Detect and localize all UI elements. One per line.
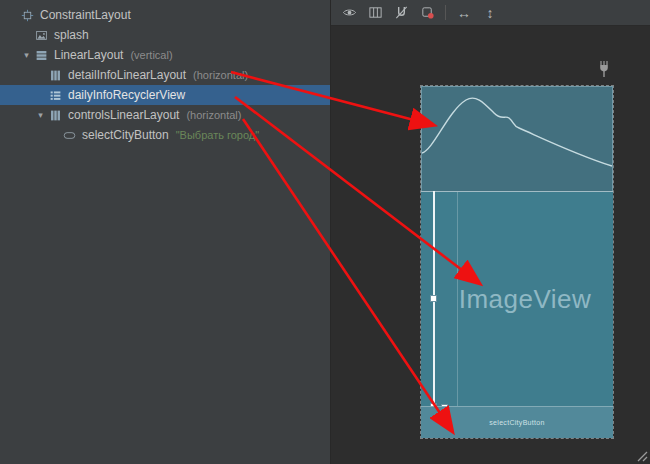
layout-editor-window: ▾ ConstraintLayout ▾ splash ▾ LinearLayo… — [0, 0, 650, 464]
tree-row-label: detailInfoLinearLayout — [68, 68, 186, 82]
component-tree: ▾ ConstraintLayout ▾ splash ▾ LinearLayo… — [0, 0, 330, 464]
daily-info-region[interactable]: ImageView — [421, 192, 613, 406]
recycler-view-icon — [47, 87, 63, 103]
tree-row-label: selectCityButton — [82, 128, 169, 142]
linear-layout-horizontal-icon — [47, 67, 63, 83]
tree-row[interactable]: ▾ splash — [0, 25, 330, 45]
design-panel: ↔↕ ImageView — [330, 0, 650, 464]
detail-info-region[interactable] — [421, 86, 613, 192]
button-icon — [61, 127, 77, 143]
tree-row[interactable]: ▾ dailyInfoRecyclerView — [0, 85, 330, 105]
selection-handle[interactable] — [430, 295, 437, 302]
tree-row[interactable]: ▾ LinearLayout (vertical) — [0, 45, 330, 65]
constraint-layout-icon — [19, 7, 35, 23]
linear-layout-horizontal-icon — [47, 107, 63, 123]
width-arrows-icon[interactable]: ↔ — [454, 3, 474, 23]
tree-row-annotation: (vertical) — [130, 49, 172, 61]
select-city-button-preview[interactable]: selectCityButton — [489, 419, 544, 426]
tree-row-label: dailyInfoRecyclerView — [68, 88, 185, 102]
linear-layout-vertical-icon — [33, 47, 49, 63]
imageview-icon — [33, 27, 49, 43]
recycler-item-divider — [457, 192, 458, 406]
imageview-placeholder-label: ImageView — [443, 284, 592, 315]
tree-row[interactable]: ▾ ConstraintLayout — [0, 5, 330, 25]
toolbar-separator — [445, 5, 446, 20]
tree-row[interactable]: ▾ detailInfoLinearLayout (horizontal) — [0, 65, 330, 85]
tree-row-label: controlsLinearLayout — [68, 108, 179, 122]
wave-graphic — [422, 87, 612, 191]
design-canvas[interactable]: ImageView selectCityButton — [331, 26, 650, 464]
columns-icon[interactable] — [365, 3, 385, 23]
tree-row-annotation: (horizontal) — [193, 69, 248, 81]
error-pin-icon[interactable] — [417, 3, 437, 23]
controls-region[interactable]: selectCityButton — [421, 406, 613, 438]
tree-row-label: LinearLayout — [54, 48, 123, 62]
tree-row-annotation: "Выбрать город" — [176, 129, 259, 141]
eye-icon[interactable] — [339, 3, 359, 23]
height-arrows-icon[interactable]: ↕ — [480, 3, 500, 23]
chevron-down-icon[interactable]: ▾ — [20, 45, 33, 65]
magnet-off-icon[interactable] — [391, 3, 411, 23]
tree-row-label: splash — [54, 28, 89, 42]
device-preview[interactable]: ImageView selectCityButton — [421, 86, 613, 438]
tree-row[interactable]: ▾ controlsLinearLayout (horizontal) — [0, 105, 330, 125]
design-toolbar: ↔↕ — [331, 0, 650, 26]
tree-row[interactable]: ▾ selectCityButton "Выбрать город" — [0, 125, 330, 145]
resize-grip[interactable] — [635, 449, 648, 462]
tree-row-label: ConstraintLayout — [40, 8, 131, 22]
wrench-icon[interactable] — [596, 60, 612, 78]
region-divider — [421, 191, 613, 192]
tree-row-annotation: (horizontal) — [186, 109, 241, 121]
chevron-down-icon[interactable]: ▾ — [34, 105, 47, 125]
